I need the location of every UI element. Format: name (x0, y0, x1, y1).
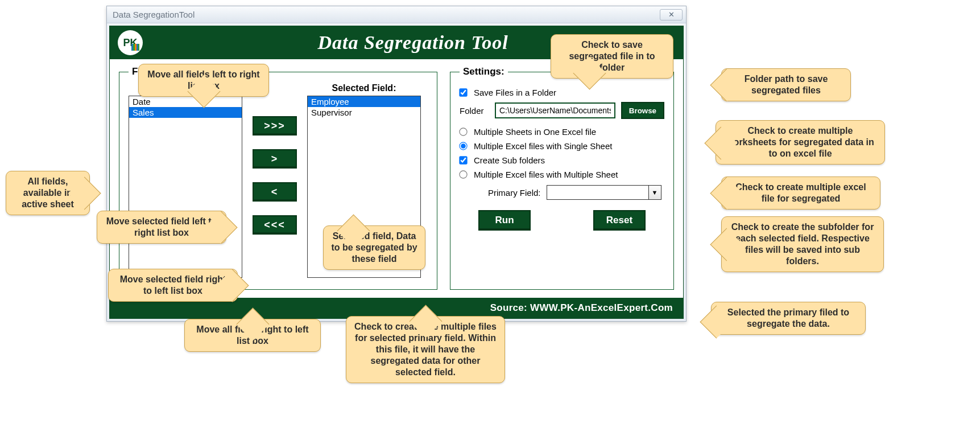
opt-multisheets-row: Multiple Sheets in One Excel file (460, 127, 664, 137)
opt-multi-files-single-sheet-radio[interactable] (459, 142, 467, 150)
logo-icon: PK (118, 30, 143, 55)
callout-move-right-to-left-single: Move selected field right to left list b… (108, 269, 238, 302)
chevron-down-icon: ▼ (652, 189, 658, 196)
move-one-left-button[interactable]: < (253, 182, 297, 202)
create-subfolders-label[interactable]: Create Sub folders (474, 155, 545, 165)
callout-all-fields: All fields, available in active sheet (6, 171, 90, 215)
settings-legend: Settings: (460, 66, 508, 77)
callout-subfolder: Check to create the subfolder for each s… (721, 216, 884, 272)
callout-move-all-left-to-right: Move all fields left to right list box (138, 64, 269, 97)
opt-multi-files-single-sheet-label[interactable]: Multiple Excel files with Single Sheet (474, 141, 612, 151)
window-title: Data SegregationTool (113, 10, 660, 19)
primary-field-input[interactable] (547, 185, 649, 200)
reset-button[interactable]: Reset (593, 210, 646, 231)
callout-primary-field: Selected the primary filed to segregate … (711, 302, 866, 335)
save-in-folder-row: Save Files in a Folder (460, 88, 664, 97)
save-in-folder-label[interactable]: Save Files in a Folder (474, 88, 556, 97)
opt-multifiles-single-row: Multiple Excel files with Single Sheet (460, 141, 664, 151)
callout-move-all-right-to-left: Move all fields right to left list box (184, 319, 321, 352)
all-fields-listbox[interactable]: DateSales (129, 96, 242, 278)
settings-group: Settings: Save Files in a Folder Folder … (450, 66, 674, 290)
footer-text: Source: WWW.PK-AnExcelExpert.Com (490, 302, 673, 313)
run-button[interactable]: Run (478, 210, 531, 231)
callout-multi-sheets-one-file: Check to create multiple worksheets for … (716, 120, 885, 165)
save-in-folder-checkbox[interactable] (459, 88, 467, 96)
primary-field-dropdown-button[interactable]: ▼ (649, 185, 661, 200)
callout-selected-field: Selected field, Data to be segregated by… (323, 225, 425, 270)
primary-field-label: Primary Field: (488, 188, 541, 198)
callout-folder-path: Folder path to save segregated files (721, 68, 851, 101)
create-subfolders-row: Create Sub folders (460, 155, 664, 165)
opt-multi-sheets-one-file-label[interactable]: Multiple Sheets in One Excel file (474, 127, 596, 137)
opt-multi-sheets-one-file-radio[interactable] (459, 128, 467, 136)
logo-letters: PK (123, 37, 137, 49)
action-buttons-row: Run Reset (460, 210, 664, 231)
folder-label: Folder (460, 106, 489, 116)
primary-field-row: Primary Field: ▼ (488, 185, 664, 200)
move-all-right-button[interactable]: >>> (253, 116, 297, 136)
move-one-right-button[interactable]: > (253, 149, 297, 169)
close-icon: ✕ (668, 10, 675, 19)
opt-multi-files-multi-sheet-label[interactable]: Multiple Excel files with Multiple Sheet (474, 170, 618, 179)
opt-multi-files-multi-sheet-radio[interactable] (459, 170, 467, 178)
titlebar: Data SegregationTool ✕ (107, 6, 686, 23)
list-item[interactable]: Date (129, 96, 242, 107)
all-fields-column: All Fields: DateSales (129, 83, 242, 278)
create-subfolders-checkbox[interactable] (459, 156, 467, 164)
primary-field-combo[interactable]: ▼ (547, 185, 661, 200)
selected-fields-label: Selected Field: (307, 83, 421, 93)
list-item[interactable]: Employee (308, 96, 420, 107)
browse-button[interactable]: Browse (621, 102, 664, 119)
callout-save-to-folder: Check to save segregated file in to fold… (551, 34, 673, 79)
callout-move-left-to-right-single: Move selected field left to right list b… (97, 211, 226, 244)
list-item[interactable]: Supervisor (308, 107, 420, 118)
folder-path-input[interactable] (495, 102, 615, 118)
move-all-left-button[interactable]: <<< (253, 215, 297, 235)
callout-multi-excel-single: Check to create multiple excel file for … (721, 176, 880, 210)
opt-multifiles-multi-row: Multiple Excel files with Multiple Sheet (460, 170, 664, 179)
callout-multi-files-primary: Check to create the multiple files for s… (346, 316, 505, 383)
close-button[interactable]: ✕ (660, 9, 683, 20)
list-item[interactable]: Sales (129, 107, 242, 118)
arrow-buttons-column: >>> > < <<< (250, 83, 299, 235)
folder-row: Folder Browse (460, 102, 664, 119)
